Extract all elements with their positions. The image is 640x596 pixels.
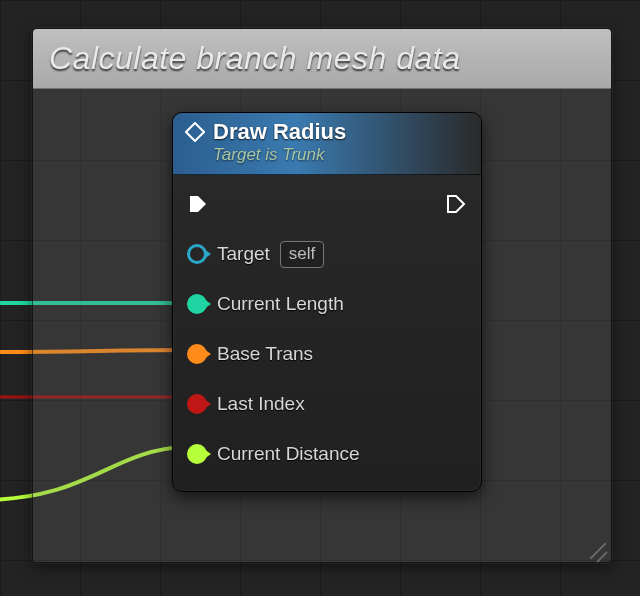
pin-base-trans[interactable] — [187, 344, 207, 364]
pin-last-index[interactable] — [187, 394, 207, 414]
exec-row — [187, 185, 467, 223]
pin-base-trans-row: Base Trans — [187, 335, 467, 373]
node-draw-radius[interactable]: Draw Radius Target is Trunk Target self — [172, 112, 482, 492]
pin-last-index-label: Last Index — [217, 393, 305, 415]
node-header[interactable]: Draw Radius Target is Trunk — [173, 113, 481, 175]
exec-out-pin[interactable] — [445, 193, 467, 215]
node-subtitle: Target is Trunk — [213, 145, 469, 165]
pin-target-row: Target self — [187, 235, 467, 273]
svg-marker-0 — [186, 123, 204, 141]
node-title: Draw Radius — [213, 119, 346, 145]
pin-current-length-label: Current Length — [217, 293, 344, 315]
pin-current-length[interactable] — [187, 294, 207, 314]
pin-current-distance[interactable] — [187, 444, 207, 464]
exec-in-pin[interactable] — [187, 193, 209, 215]
function-icon — [185, 122, 205, 142]
pin-base-trans-label: Base Trans — [217, 343, 313, 365]
pin-target-value[interactable]: self — [280, 241, 324, 268]
pin-current-dist-row: Current Distance — [187, 435, 467, 473]
pin-target-label: Target — [217, 243, 270, 265]
resize-handle[interactable] — [583, 534, 607, 558]
comment-title[interactable]: Calculate branch mesh data — [33, 29, 611, 89]
pin-current-length-row: Current Length — [187, 285, 467, 323]
pin-current-distance-label: Current Distance — [217, 443, 360, 465]
comment-title-text: Calculate branch mesh data — [49, 40, 460, 77]
pin-last-index-row: Last Index — [187, 385, 467, 423]
pin-target[interactable] — [187, 244, 207, 264]
node-body: Target self Current Length Base Trans La… — [173, 175, 481, 479]
